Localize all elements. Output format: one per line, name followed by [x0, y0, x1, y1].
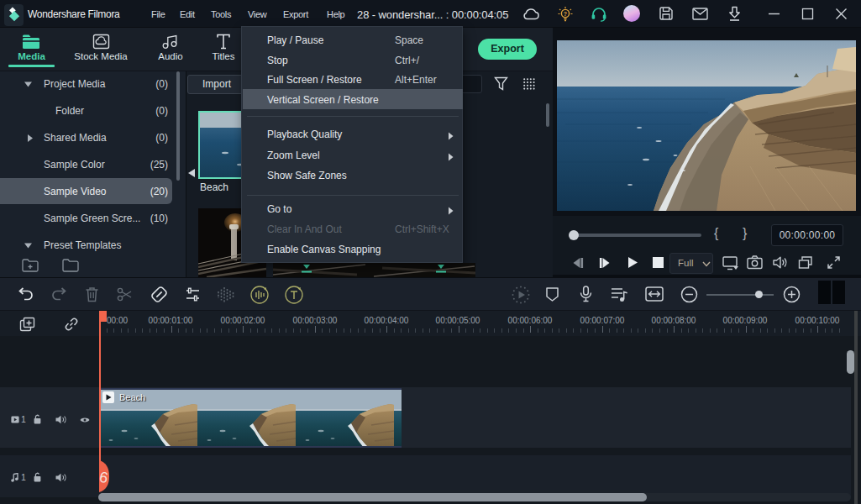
svg-text:?: ? [564, 11, 567, 17]
